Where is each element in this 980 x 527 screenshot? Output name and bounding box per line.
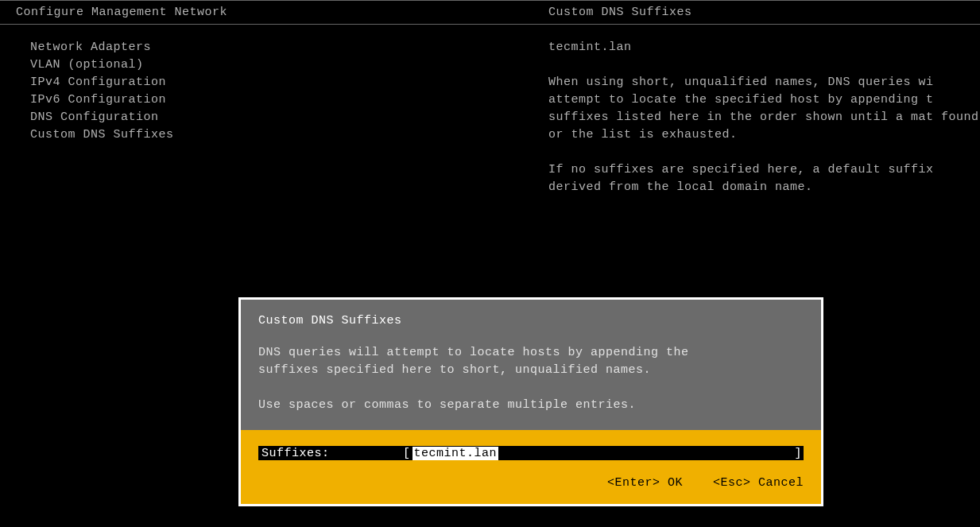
bracket-open: [ [401, 447, 413, 460]
suffixes-label: Suffixes: [258, 447, 401, 460]
ok-key-hint: <Enter> [607, 476, 660, 490]
header-row: Configure Management Network Custom DNS … [0, 1, 980, 24]
menu-item-vlan[interactable]: VLAN (optional) [30, 56, 533, 74]
detail-paragraph-1: When using short, unqualified names, DNS… [548, 74, 980, 144]
menu-item-ipv6[interactable]: IPv6 Configuration [30, 91, 533, 109]
suffixes-input[interactable]: tecmint.lan [413, 447, 499, 460]
detail-domain: tecmint.lan [548, 39, 980, 56]
bracket-close: ] [792, 447, 804, 460]
dialog-description: DNS queries will attempt to locate hosts… [258, 344, 804, 379]
dialog-buttons: <Enter> OK <Esc> Cancel [258, 476, 804, 490]
ok-button[interactable]: OK [668, 476, 683, 490]
menu-item-ipv4[interactable]: IPv4 Configuration [30, 74, 533, 91]
dialog-hint: Use spaces or commas to separate multipl… [258, 397, 804, 414]
content-row: Network Adapters VLAN (optional) IPv4 Co… [0, 25, 980, 214]
input-fill [498, 446, 792, 460]
page-title-right: Custom DNS Suffixes [548, 6, 692, 19]
dialog-desc-line-2: suffixes specified here to short, unqual… [258, 363, 651, 377]
page-title-left: Configure Management Network [16, 6, 227, 19]
menu-list: Network Adapters VLAN (optional) IPv4 Co… [16, 39, 533, 144]
detail-paragraph-2: If no suffixes are specified here, a def… [548, 161, 980, 196]
dialog-title: Custom DNS Suffixes [258, 312, 804, 330]
menu-item-dns-config[interactable]: DNS Configuration [30, 109, 533, 126]
cancel-button[interactable]: Cancel [758, 476, 804, 490]
dialog-desc-line-1: DNS queries will attempt to locate hosts… [258, 346, 689, 359]
menu-item-custom-dns[interactable]: Custom DNS Suffixes [30, 126, 533, 144]
dialog-input-area: Suffixes: [ tecmint.lan ] <Enter> OK <Es… [241, 430, 821, 504]
cancel-key-hint: <Esc> [713, 476, 751, 490]
dialog-body: Custom DNS Suffixes DNS queries will att… [241, 300, 821, 430]
custom-dns-dialog: Custom DNS Suffixes DNS queries will att… [238, 297, 823, 506]
menu-item-network-adapters[interactable]: Network Adapters [30, 39, 533, 56]
suffixes-field-row[interactable]: Suffixes: [ tecmint.lan ] [258, 446, 804, 460]
detail-panel: tecmint.lan When using short, unqualifie… [548, 39, 980, 196]
